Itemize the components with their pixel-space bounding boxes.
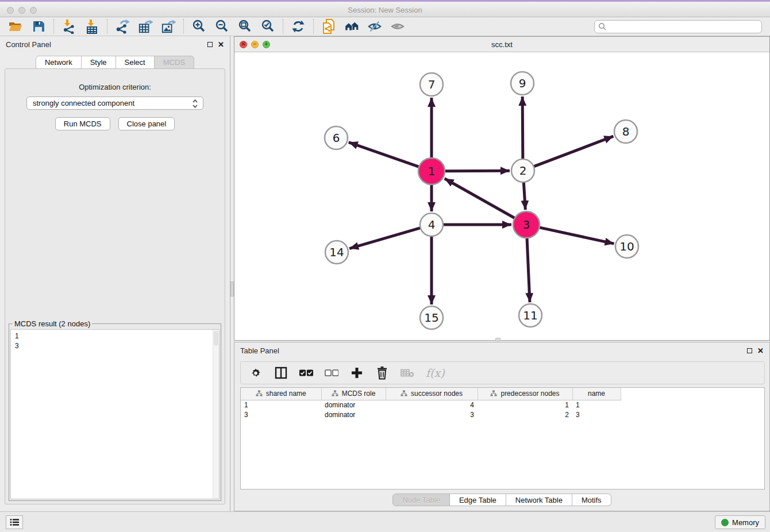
node-label-10: 10	[619, 240, 634, 253]
optimization-criterion-label: Optimization criterion:	[5, 83, 225, 91]
table-cell[interactable]: 3	[572, 410, 621, 419]
close-table-panel-icon[interactable]: ✕	[757, 347, 764, 354]
refresh-icon[interactable]	[291, 19, 306, 34]
tab-style[interactable]: Style	[82, 56, 116, 69]
status-bar: Memory	[0, 511, 770, 532]
open-folder-icon[interactable]	[8, 19, 23, 34]
search-container	[594, 20, 762, 33]
split-columns-icon[interactable]	[274, 366, 288, 380]
table-cell[interactable]: dominator	[321, 400, 386, 410]
control-panel-title: Control Panel	[6, 40, 51, 49]
tab-mcds[interactable]: MCDS	[155, 56, 194, 69]
flatten-hierarchy-icon	[490, 390, 497, 397]
table-cell[interactable]: 1	[241, 400, 321, 410]
export-image-icon[interactable]	[161, 19, 176, 34]
flatten-hierarchy-icon	[332, 390, 338, 397]
edge-3-11[interactable]	[527, 238, 530, 302]
node-label-15: 15	[424, 311, 438, 325]
import-table-icon[interactable]	[84, 19, 99, 34]
search-input[interactable]	[594, 20, 762, 33]
delete-table-icon	[401, 366, 414, 380]
table-panel: Table Panel ✕	[234, 342, 770, 511]
edge-4-14[interactable]	[349, 228, 421, 249]
table-panel-title: Table Panel	[240, 346, 279, 355]
close-panel-icon[interactable]: ✕	[218, 41, 224, 48]
zoom-selected-icon[interactable]	[260, 19, 275, 34]
table-row[interactable]: 3dominator323	[241, 410, 621, 419]
edge-3-10[interactable]	[539, 228, 614, 244]
select-all-columns-icon[interactable]	[299, 366, 313, 380]
node-label-9: 9	[519, 76, 526, 90]
table-toolbar: f(x)	[240, 361, 765, 384]
table-cell[interactable]: 2	[478, 410, 572, 419]
criterion-select[interactable]: strongly connected component	[26, 97, 203, 110]
home-icon[interactable]	[344, 19, 359, 34]
mcds-result-lines: 1 3	[11, 330, 219, 353]
zoom-in-icon[interactable]	[191, 19, 206, 34]
mcds-tab-panel: Optimization criterion: strongly connect…	[5, 68, 225, 504]
edge-2-8[interactable]	[534, 136, 614, 167]
flatten-hierarchy-icon	[401, 390, 407, 397]
column-header-successor-nodes[interactable]: successor nodes	[386, 388, 478, 400]
mcds-result-area[interactable]: 1 3	[10, 329, 220, 499]
edge-1-6[interactable]	[349, 142, 419, 167]
table-cell[interactable]: 1	[478, 400, 572, 410]
result-scrollbar[interactable]	[213, 330, 219, 499]
table-row[interactable]: 1dominator411	[241, 400, 621, 410]
column-header-predecessor-nodes[interactable]: predecessor nodes	[478, 388, 572, 400]
network-window-titlebar[interactable]: ✕ − + scc.txt	[234, 37, 769, 52]
float-table-panel-icon[interactable]	[747, 348, 752, 353]
zoom-out-icon[interactable]	[214, 19, 229, 34]
tab-select[interactable]: Select	[116, 56, 155, 69]
table-cell[interactable]: dominator	[321, 410, 386, 419]
column-header-shared-name[interactable]: shared name	[241, 388, 321, 400]
float-panel-icon[interactable]	[207, 42, 213, 47]
control-panel-tabs: NetworkStyleSelectMCDS	[0, 56, 230, 69]
save-icon[interactable]	[31, 19, 46, 34]
column-header-MCDS-role[interactable]: MCDS role	[321, 388, 386, 400]
tab-edge-table[interactable]: Edge Table	[450, 494, 506, 506]
window-titlebar: Session: New Session	[0, 0, 770, 17]
import-network-icon[interactable]	[61, 19, 76, 34]
function-builder-icon: f(x)	[426, 366, 445, 380]
edge-2-9[interactable]	[522, 97, 523, 159]
clone-network-icon[interactable]	[321, 19, 336, 34]
node-label-6: 6	[333, 131, 340, 145]
zoom-fit-icon[interactable]	[237, 19, 252, 34]
tab-network[interactable]: Network	[36, 56, 82, 69]
network-canvas[interactable]: 7968124314101511	[234, 52, 769, 340]
result-scrollbar-thumb[interactable]	[214, 331, 218, 346]
tab-motifs[interactable]: Motifs	[572, 494, 611, 506]
table-cell[interactable]: 3	[241, 410, 321, 419]
table-splitter-handle[interactable]	[495, 338, 500, 341]
task-history-button[interactable]	[6, 515, 23, 529]
delete-column-icon[interactable]	[375, 366, 389, 380]
tab-network-table[interactable]: Network Table	[506, 494, 572, 506]
network-window-title: scc.txt	[234, 40, 769, 49]
network-graph[interactable]: 7968124314101511	[234, 52, 769, 340]
window-title: Session: New Session	[0, 6, 770, 14]
main-toolbar	[0, 17, 770, 36]
close-panel-button[interactable]: Close panel	[118, 117, 175, 130]
edge-1-2[interactable]	[445, 171, 510, 171]
memory-label: Memory	[732, 518, 759, 527]
node-label-11: 11	[523, 309, 537, 322]
export-table-icon[interactable]	[138, 19, 153, 34]
table-cell[interactable]: 1	[572, 400, 621, 410]
gear-icon[interactable]	[249, 366, 263, 380]
export-network-icon[interactable]	[115, 19, 130, 34]
unselect-all-columns-icon[interactable]	[325, 366, 338, 380]
add-column-icon[interactable]	[350, 366, 364, 380]
tab-node-table[interactable]: Node Table	[392, 494, 450, 506]
table-cell[interactable]: 3	[386, 410, 478, 419]
edge-2-3[interactable]	[523, 182, 525, 210]
node-table[interactable]: shared nameMCDS rolesuccessor nodesprede…	[240, 387, 765, 489]
run-mcds-button[interactable]: Run MCDS	[55, 117, 110, 130]
table-cell[interactable]: 4	[386, 400, 478, 410]
hide-panel-icon[interactable]	[367, 19, 382, 34]
edge-3-1[interactable]	[445, 179, 515, 218]
mcds-result-title: MCDS result (2 nodes)	[13, 319, 92, 328]
memory-button[interactable]: Memory	[715, 515, 765, 529]
column-header-name[interactable]: name	[572, 388, 621, 400]
node-label-8: 8	[622, 125, 630, 138]
